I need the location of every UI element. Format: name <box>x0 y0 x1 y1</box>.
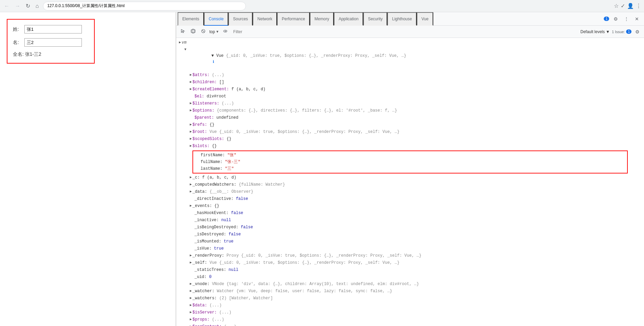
watchers-text: _watchers: (2) [Watcher, Watcher] <box>192 295 273 301</box>
console-line-watchers: _watchers: (2) [Watcher, Watcher] <box>176 295 644 302</box>
root-expand-icon[interactable] <box>190 129 192 135</box>
console-line-watcher: _watcher: Watcher {vm: Vue, deep: false,… <box>176 288 644 295</box>
console-output[interactable]: vm ▼ Vue {_uid: 0, _isVue: true, $option… <box>176 38 644 326</box>
tab-sources[interactable]: Sources <box>228 12 253 26</box>
console-line-props: $props: (...) <box>176 316 644 323</box>
dollar-data-expand-icon[interactable] <box>190 302 192 308</box>
app-box: 姓: 名: 全名: 张1-三2 <box>7 19 95 64</box>
watchers-expand-icon[interactable] <box>190 295 192 301</box>
console-line-parent: $parent: undefined <box>176 114 644 121</box>
tab-elements[interactable]: Elements <box>178 12 204 26</box>
console-line-statictrees: _staticTrees: null <box>176 266 644 274</box>
main-area: 姓: 名: 全名: 张1-三2 Elements Console Sources… <box>0 12 644 326</box>
extension-icon[interactable]: ✓ <box>621 3 625 9</box>
ssrcontext-expand-icon[interactable] <box>190 324 192 326</box>
watcher-expand-icon[interactable] <box>190 288 192 294</box>
console-line-el: $el: div#root <box>176 93 644 100</box>
console-line-refs: $refs: {} <box>176 121 644 129</box>
tab-security[interactable]: Security <box>363 12 387 26</box>
console-line-createelement: $createElement: f (a, b, c, d) <box>176 86 644 93</box>
device-toggle-button[interactable] <box>189 28 197 36</box>
computedwatchers-expand-icon[interactable] <box>190 182 192 188</box>
isserver-expand-icon[interactable] <box>190 309 192 316</box>
attrs-expand-icon[interactable] <box>190 72 192 78</box>
top-label: top <box>209 29 215 34</box>
slots-expand-icon[interactable] <box>190 143 192 149</box>
console-line-self: _self: Vue {_uid: 0, _isVue: true, $opti… <box>176 259 644 266</box>
clear-console-button[interactable] <box>199 28 207 36</box>
devtools-settings-button[interactable]: ⚙ <box>612 15 620 23</box>
forward-button[interactable]: → <box>14 2 22 10</box>
address-bar[interactable] <box>43 2 246 10</box>
tab-memory[interactable]: Memory <box>310 12 334 26</box>
bookmark-icon[interactable]: ☆ <box>614 3 619 9</box>
inspect-element-button[interactable] <box>179 28 187 36</box>
tab-network[interactable]: Network <box>253 12 277 26</box>
console-line-vue-root: ▼ Vue {_uid: 0, _isVue: true, $options: … <box>176 46 644 72</box>
options-text: $options: {components: {…}, directives: … <box>192 108 397 114</box>
data-text: _data: {__ob__: Observer} <box>192 189 253 195</box>
console-line-options: $options: {components: {…}, directives: … <box>176 107 644 114</box>
reload-button[interactable]: ↻ <box>24 1 31 10</box>
data-expand-icon[interactable] <box>190 189 192 195</box>
vue-expand-icon[interactable] <box>184 47 186 53</box>
devtools-close-button[interactable]: ✕ <box>633 15 641 23</box>
browser-toolbar: ← → ↻ ⌂ ☆ ✓ 👤 ⋮ <box>0 0 644 12</box>
console-line-listeners: $listeners: (...) <box>176 100 644 107</box>
lastname-text: lastName: "三" <box>201 166 234 172</box>
console-line-uid: _uid: 0 <box>176 274 644 281</box>
events-expand-icon[interactable] <box>190 203 192 209</box>
console-line-computedwatchers: _computedWatchers: {fullName: Watcher} <box>176 181 644 188</box>
tab-console[interactable]: Console <box>204 12 228 26</box>
props-expand-icon[interactable] <box>190 317 192 323</box>
tab-application[interactable]: Application <box>334 12 363 26</box>
default-levels-button[interactable]: Default levels ▼ <box>580 29 610 34</box>
console-line-isserver: $isServer: (...) <box>176 309 644 316</box>
isdestroyed-text: _isDestroyed: false <box>194 231 241 237</box>
filter-input[interactable] <box>233 29 576 34</box>
profile-icon[interactable]: 👤 <box>627 3 634 9</box>
name-input[interactable] <box>24 38 82 47</box>
directinactive-text: _directInactive: false <box>194 196 248 202</box>
refs-expand-icon[interactable] <box>190 122 192 128</box>
c-expand-icon[interactable] <box>190 174 192 181</box>
top-selector[interactable]: top ▼ <box>209 29 219 34</box>
home-button[interactable]: ⌂ <box>34 2 40 10</box>
console-settings-button[interactable]: ⚙ <box>634 28 641 36</box>
createelement-expand-icon[interactable] <box>190 86 192 92</box>
statictrees-text: _staticTrees: null <box>194 267 238 273</box>
tab-performance[interactable]: Performance <box>277 12 310 26</box>
fullname-text: fullName: "张-三" <box>201 159 240 165</box>
children-expand-icon[interactable] <box>190 79 192 85</box>
listeners-expand-icon[interactable] <box>190 100 192 107</box>
vm-expand-icon[interactable] <box>179 40 181 46</box>
console-line-isdestroyed: _isDestroyed: false <box>176 231 644 238</box>
back-button[interactable]: ← <box>3 2 11 10</box>
options-expand-icon[interactable] <box>190 108 192 114</box>
scopedslots-expand-icon[interactable] <box>190 136 192 142</box>
eye-icon-button[interactable] <box>221 28 229 36</box>
devtools-more-button[interactable]: ⋮ <box>622 15 630 23</box>
lastname-line: lastName: "三" <box>196 165 624 172</box>
menu-icon[interactable]: ⋮ <box>636 3 641 9</box>
renderproxy-expand-icon[interactable] <box>190 253 192 259</box>
highlighted-properties-box: firstName: "张" fullName: "张-三" lastName:… <box>192 150 628 173</box>
tab-vue[interactable]: Vue <box>417 12 433 26</box>
svg-rect-1 <box>191 30 195 32</box>
surname-input[interactable] <box>24 25 82 33</box>
vnode-expand-icon[interactable] <box>190 281 192 287</box>
tab-lighthouse[interactable]: Lighthouse <box>387 12 417 26</box>
vm-label: vm <box>182 40 186 46</box>
console-line-scopedslots: $scopedSlots: {} <box>176 136 644 143</box>
console-line-dollar-data: $data: (...) <box>176 302 644 309</box>
device-icon <box>191 29 196 33</box>
root-text: $root: Vue {_uid: 0, _isVue: true, $opti… <box>192 129 399 135</box>
el-text: $el: div#root <box>194 93 226 99</box>
c-text: _c: f (a, b, c, d) <box>192 174 236 181</box>
self-expand-icon[interactable] <box>190 260 192 266</box>
app-panel: 姓: 名: 全名: 张1-三2 <box>0 12 176 326</box>
console-line-ismounted: _isMounted: true <box>176 238 644 245</box>
console-line-root: $root: Vue {_uid: 0, _isVue: true, $opti… <box>176 129 644 136</box>
filter-container <box>231 29 578 34</box>
issue-label: 1 Issue: <box>612 30 625 34</box>
